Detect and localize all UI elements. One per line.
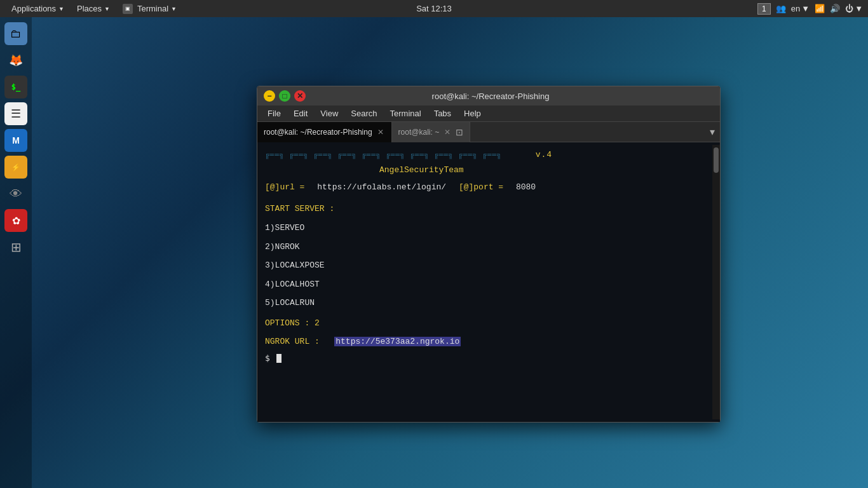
clock: Sat 12:13 [416, 4, 452, 13]
spacer-1 [265, 196, 705, 200]
menu-tabs[interactable]: Tabs [429, 107, 456, 119]
tab-1-close-icon[interactable]: ✕ [376, 128, 385, 137]
team-line: AngelSecurityTeam [379, 164, 705, 177]
menu-file[interactable]: File [262, 107, 286, 119]
version-text: v.4 [536, 150, 552, 159]
lang-arrow-icon: ▼ [801, 4, 810, 13]
option4-text: 4)LOCALHOST [265, 280, 320, 289]
scrollbar[interactable] [712, 145, 720, 419]
terminal-content[interactable]: ╔══╗ ╔══╗ ╔══╗ ╔══╗ ╔══╗ ╔══╗ ╔══╗ ╔══╗ … [257, 142, 720, 422]
terminal-body: ╔══╗ ╔══╗ ╔══╗ ╔══╗ ╔══╗ ╔══╗ ╔══╗ ╔══╗ … [257, 145, 712, 419]
maximize-button[interactable]: □ [279, 90, 290, 102]
lang-label: en [791, 4, 800, 13]
option1-line: 1)SERVEO [265, 222, 705, 234]
places-menu[interactable]: Places ▼ [71, 0, 116, 17]
spacer-4 [265, 255, 705, 257]
terminal-menu[interactable]: ▣ Terminal ▼ [116, 0, 183, 17]
cursor-block [276, 354, 281, 363]
terminal-icon: ▣ [123, 4, 133, 14]
sidebar-icon-burp[interactable]: ⚡ [4, 156, 27, 179]
window-title: root@kali: ~/Recreator-Phishing [306, 92, 675, 101]
url-value: https://ufolabs.net/login/ [317, 182, 446, 192]
start-server-text: START SERVER : [265, 204, 334, 214]
option2-text: 2)NGROK [265, 242, 300, 252]
menu-help[interactable]: Help [459, 107, 486, 119]
left-sidebar: 🗀 🦊 $_ ☰ M ⚡ 👁 ✿ ⊞ [0, 17, 32, 488]
sidebar-icon-firefox[interactable]: 🦊 [4, 49, 27, 72]
menu-view[interactable]: View [315, 107, 343, 119]
url-label: [@]url = [265, 182, 304, 192]
option3-line: 3)LOCALXPOSE [265, 259, 705, 272]
port-value: 8080 [516, 182, 536, 192]
terminal-tabbar: root@kali: ~/Recreator-Phishing ✕ root@k… [257, 122, 720, 142]
tab-2-label: root@kali: ~ [398, 128, 440, 137]
tab-1-label: root@kali: ~/Recreator-Phishing [264, 128, 372, 137]
options-selected-line: OPTIONS : 2 [265, 317, 705, 330]
terminal-label: Terminal [137, 4, 168, 13]
language-indicator[interactable]: en ▼ [791, 4, 810, 13]
ngrok-url-label: NGROK URL : [265, 337, 320, 346]
option5-text: 5)LOCALRUN [265, 298, 315, 308]
options-selected-text: OPTIONS : 2 [265, 318, 320, 328]
terminal-menubar: File Edit View Search Terminal Tabs Help [257, 105, 720, 122]
spacer-8 [265, 331, 705, 334]
spacer-3 [265, 236, 705, 239]
cursor-line: $ [265, 352, 705, 365]
sidebar-icon-malwarebytes[interactable]: M [4, 129, 27, 152]
ngrok-url-line: NGROK URL : https://5e373aa2.ngrok.io [265, 336, 705, 348]
option4-line: 4)LOCALHOST [265, 278, 705, 291]
titlebar-controls: − □ ✕ [264, 90, 306, 102]
sidebar-icon-eye[interactable]: 👁 [4, 182, 27, 205]
close-button[interactable]: ✕ [294, 90, 306, 102]
option2-line: 2)NGROK [265, 241, 705, 254]
spacer-2 [265, 217, 705, 220]
terminal-arrow-icon: ▼ [171, 6, 177, 12]
ngrok-url-value[interactable]: https://5e373aa2.ngrok.io [334, 337, 461, 346]
option1-text: 1)SERVEO [265, 223, 304, 233]
menu-search[interactable]: Search [346, 107, 382, 119]
menu-edit[interactable]: Edit [288, 107, 313, 119]
option5-line: 5)LOCALRUN [265, 297, 705, 309]
applications-arrow-icon: ▼ [58, 6, 64, 12]
team-name: AngelSecurityTeam [379, 165, 464, 175]
ascii-art-line: ╔══╗ ╔══╗ ╔══╗ ╔══╗ ╔══╗ ╔══╗ ╔══╗ ╔══╗ … [265, 149, 705, 161]
power-icon[interactable]: ⏻ ▼ [845, 4, 863, 13]
scrollbar-thumb[interactable] [714, 147, 719, 173]
top-panel: Applications ▼ Places ▼ ▣ Terminal ▼ Sat… [0, 0, 868, 17]
wifi-icon[interactable]: 📶 [815, 4, 825, 13]
places-label: Places [77, 4, 102, 13]
spacer-6 [265, 292, 705, 295]
tab-2-close-icon[interactable]: ✕ [443, 128, 452, 137]
sidebar-icon-grid[interactable]: ⊞ [4, 236, 27, 259]
sidebar-icon-folder[interactable]: 🗀 [4, 22, 27, 45]
terminal-titlebar: − □ ✕ root@kali: ~/Recreator-Phishing [257, 86, 720, 105]
tab-2-extra-icon[interactable]: ⊡ [456, 127, 463, 137]
tab-2[interactable]: root@kali: ~ ✕ ⊡ [392, 122, 471, 142]
applications-menu[interactable]: Applications ▼ [5, 0, 71, 17]
terminal-window: − □ ✕ root@kali: ~/Recreator-Phishing Fi… [257, 86, 721, 423]
url-port-line: [@]url = https://ufolabs.net/login/ [@]p… [265, 181, 705, 194]
applications-label: Applications [11, 4, 56, 13]
spacer-7 [265, 311, 705, 315]
top-panel-right: 1 👥 en ▼ 📶 🔊 ⏻ ▼ [757, 3, 863, 15]
clock-label: Sat 12:13 [416, 4, 452, 13]
sidebar-icon-cherry[interactable]: ✿ [4, 209, 27, 232]
start-server-line: START SERVER : [265, 203, 705, 215]
tab-1[interactable]: root@kali: ~/Recreator-Phishing ✕ [257, 122, 392, 142]
menu-terminal[interactable]: Terminal [385, 107, 426, 119]
port-label: [@]port = [459, 182, 503, 192]
people-icon: 👥 [776, 4, 786, 13]
sidebar-icon-notes[interactable]: ☰ [4, 102, 27, 125]
tab-dropdown-icon[interactable]: ▾ [705, 122, 720, 142]
spacer-5 [265, 274, 705, 276]
places-arrow-icon: ▼ [104, 6, 110, 12]
option3-text: 3)LOCALXPOSE [265, 261, 325, 270]
minimize-button[interactable]: − [264, 90, 275, 102]
top-panel-left: Applications ▼ Places ▼ ▣ Terminal ▼ [5, 0, 183, 17]
sidebar-icon-terminal[interactable]: $_ [4, 76, 27, 98]
workspace-badge[interactable]: 1 [757, 3, 771, 15]
power-arrow-icon: ▼ [855, 4, 863, 13]
volume-icon[interactable]: 🔊 [830, 4, 840, 13]
prompt-symbol: $ [265, 353, 270, 363]
